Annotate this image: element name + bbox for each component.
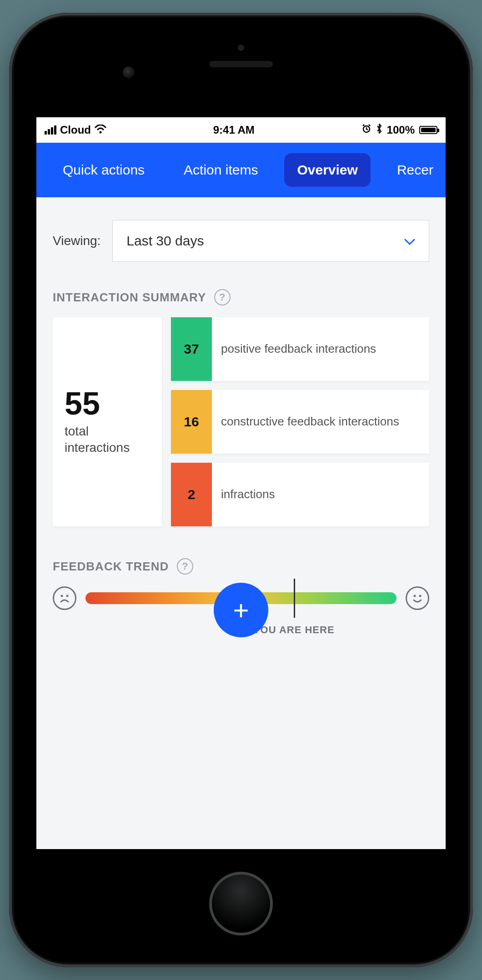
interaction-summary-title: INTERACTION SUMMARY (53, 290, 206, 305)
section-heading-trend: FEEDBACK TREND ? (53, 558, 429, 575)
stat-label-infractions: infractions (212, 463, 429, 526)
stat-card-positive[interactable]: 37 positive feedback interactions (171, 317, 429, 381)
chevron-down-icon (404, 234, 415, 248)
happy-face-icon (406, 586, 429, 610)
section-heading-interaction: INTERACTION SUMMARY ? (53, 289, 429, 305)
trend-needle (294, 579, 295, 618)
feedback-trend-title: FEEDBACK TREND (53, 560, 169, 574)
stat-label-constructive: constructive feedback interactions (212, 390, 429, 454)
stat-value-infractions: 2 (171, 463, 212, 526)
bluetooth-icon (376, 123, 382, 137)
proximity-sensor (123, 66, 135, 78)
you-are-here-label: YOU ARE HERE (253, 624, 335, 636)
total-interactions-card[interactable]: 55 total interactions (53, 317, 162, 526)
svg-point-2 (61, 595, 63, 597)
battery-icon (419, 126, 437, 134)
home-button[interactable] (209, 872, 273, 935)
tab-bar[interactable]: Quick actions Action items Overview Rece… (36, 143, 446, 197)
timeframe-dropdown[interactable]: Last 30 days (112, 220, 429, 262)
battery-pct: 100% (387, 124, 415, 136)
plus-icon: + (233, 595, 249, 626)
screen: Cloud 9:41 AM 100% (36, 117, 446, 849)
carrier-label: Cloud (60, 124, 91, 136)
tab-action-items[interactable]: Action items (171, 153, 271, 187)
stat-value-constructive: 16 (171, 390, 212, 454)
stat-value-positive: 37 (171, 317, 212, 381)
clock: 9:41 AM (213, 124, 255, 136)
fab-add-button[interactable]: + (214, 583, 268, 637)
svg-point-0 (99, 131, 101, 134)
viewing-label: Viewing: (53, 234, 100, 248)
phone-body: Cloud 9:41 AM 100% (14, 17, 468, 963)
tab-recent[interactable]: Recer (384, 153, 446, 187)
total-interactions-label: total interactions (65, 423, 150, 456)
stat-label-positive: positive feedback interactions (212, 317, 429, 381)
tab-overview[interactable]: Overview (284, 153, 370, 187)
help-icon[interactable]: ? (177, 558, 193, 575)
alarm-icon (362, 124, 372, 136)
tab-quick-actions[interactable]: Quick actions (50, 153, 157, 187)
stat-column: 37 positive feedback interactions 16 con… (171, 317, 429, 526)
viewing-row: Viewing: Last 30 days (53, 220, 429, 262)
content-scroll[interactable]: Viewing: Last 30 days INTERACTION SUMMAR… (36, 197, 446, 610)
status-bar: Cloud 9:41 AM 100% (36, 117, 446, 143)
phone-frame: Cloud 9:41 AM 100% (9, 13, 473, 967)
status-left: Cloud (45, 124, 106, 136)
svg-point-4 (414, 595, 416, 597)
stat-card-infractions[interactable]: 2 infractions (171, 463, 429, 526)
speaker-grille (209, 61, 273, 67)
wifi-icon (95, 124, 106, 136)
timeframe-selected: Last 30 days (126, 233, 204, 249)
svg-point-5 (419, 595, 422, 597)
svg-point-3 (66, 595, 69, 597)
stat-card-constructive[interactable]: 16 constructive feedback interactions (171, 390, 429, 454)
total-interactions-value: 55 (65, 388, 150, 420)
status-right: 100% (362, 123, 437, 137)
camera-dot (238, 45, 244, 51)
signal-icon (45, 125, 56, 135)
interaction-summary-grid: 55 total interactions 37 positive feedba… (53, 317, 429, 526)
sad-face-icon (53, 586, 76, 610)
help-icon[interactable]: ? (214, 289, 231, 305)
